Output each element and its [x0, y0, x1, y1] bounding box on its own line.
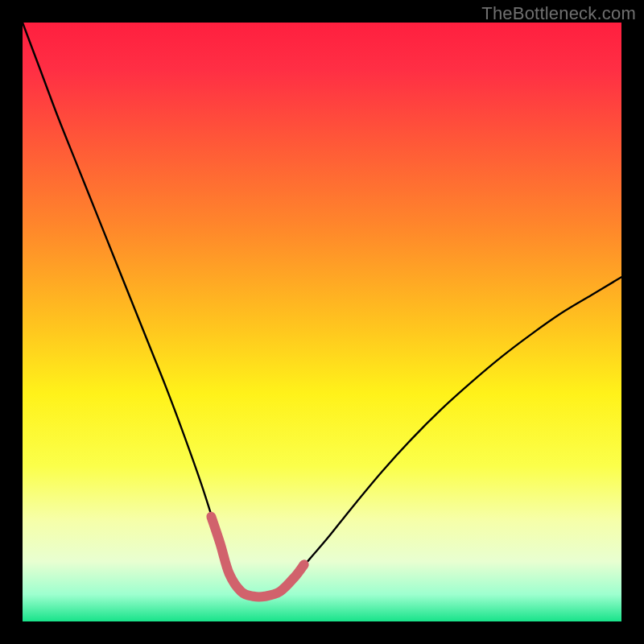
chart-svg: [23, 23, 621, 621]
gradient-background: [23, 23, 621, 621]
watermark-text: TheBottleneck.com: [481, 3, 636, 24]
chart-frame: TheBottleneck.com: [0, 0, 644, 644]
plot-area: [23, 23, 621, 621]
